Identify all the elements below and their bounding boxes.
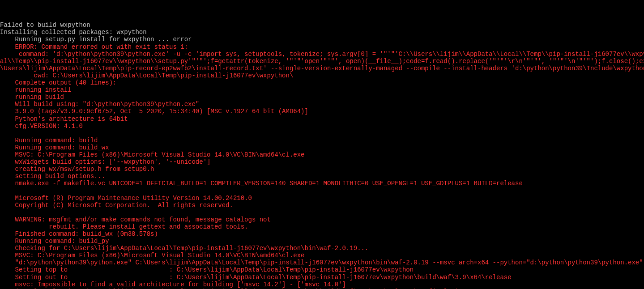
- terminal-line: WARNING: msgfmt and/or make commands not…: [0, 216, 644, 223]
- terminal-line: Setting top to : C:\Users\lijim\AppData\…: [0, 266, 644, 273]
- terminal-line: 3.9.0 (tags/v3.9.0:9cf6752, Oct 5 2020, …: [0, 108, 644, 115]
- terminal-line: Setting out to : C:\Users\lijim\AppData\…: [0, 274, 644, 281]
- terminal-line: Finished command: build_wx (0m38.578s): [0, 230, 644, 238]
- terminal-line: nmake.exe -f makefile.vc UNICODE=1 OFFIC…: [0, 180, 644, 187]
- terminal-line: command: 'd:\python\python39\python.exe'…: [0, 51, 644, 58]
- terminal-line: \Users\lijim\AppData\Local\Temp\pip-reco…: [0, 65, 644, 72]
- terminal-line: running install: [0, 86, 644, 94]
- terminal-line: [0, 209, 644, 216]
- terminal-line: MSVC: C:\Program Files (x86)\Microsoft V…: [0, 252, 644, 259]
- terminal-line: Running command: build_py: [0, 238, 644, 245]
- terminal-line: msvc: Impossible to find a valid archite…: [0, 281, 644, 288]
- terminal-line: [0, 187, 644, 194]
- terminal-line: setting build options...: [0, 173, 644, 180]
- terminal-line: Running setup.py install for wxpython ..…: [0, 36, 644, 43]
- terminal-line: cfg.VERSION: 4.1.0: [0, 123, 644, 130]
- terminal-output: Failed to build wxpythonInstalling colle…: [0, 21, 644, 289]
- terminal-line: MSVC: C:\Program Files (x86)\Microsoft V…: [0, 151, 644, 158]
- terminal-line: Running command: build_wx: [0, 144, 644, 151]
- terminal-line: rebuilt. Please install gettext and asso…: [0, 223, 644, 230]
- terminal-line: creating wx/msw/setup.h from setup0.h: [0, 166, 644, 173]
- terminal-line: "d:\python\python39\python.exe" C:\Users…: [0, 259, 644, 266]
- terminal-line: Installing collected packages: wxpython: [0, 29, 644, 36]
- terminal-line: Failed to build wxpython: [0, 21, 644, 29]
- terminal-line: Checking for C:\Users\lijim\AppData\Loca…: [0, 245, 644, 252]
- terminal-line: ERROR: Command errored out with exit sta…: [0, 43, 644, 51]
- terminal-line: [0, 130, 644, 137]
- terminal-line: Complete output (40 lines):: [0, 79, 644, 86]
- terminal-line: Microsoft (R) Program Maintenance Utilit…: [0, 195, 644, 202]
- terminal-line: wxWidgets build options: ['--wxpython', …: [0, 158, 644, 166]
- terminal-line: Copyright (C) Microsoft Corporation. All…: [0, 202, 644, 209]
- terminal-line: cwd: C:\Users\lijim\AppData\Local\Temp\p…: [0, 72, 644, 79]
- terminal-line: al\\Temp\\pip-install-j16077ev\\wxpython…: [0, 58, 644, 65]
- terminal-line: Will build using: "d:\python\python39\py…: [0, 101, 644, 108]
- terminal-line: running build: [0, 94, 644, 101]
- terminal-line: Python's architecture is 64bit: [0, 115, 644, 123]
- terminal-line: Running command: build: [0, 137, 644, 144]
